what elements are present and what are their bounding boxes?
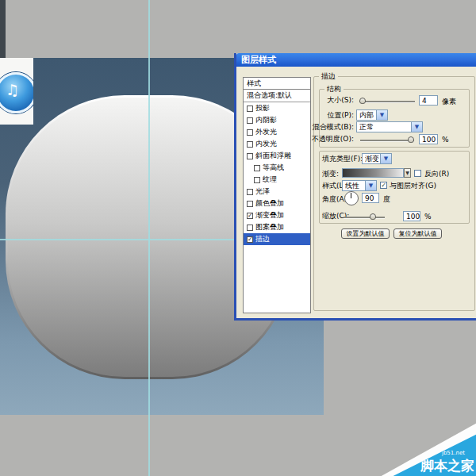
angle-input[interactable]: 90 [362, 193, 379, 203]
chevron-down-icon[interactable]: ▼ [411, 122, 422, 132]
style-list-item-label: 斜面和浮雕 [255, 150, 291, 162]
itunes-icon: ♫ [0, 72, 33, 113]
checkbox-icon[interactable]: ✓ [247, 213, 253, 219]
reset-default-button[interactable]: 复位为默认值 [393, 228, 442, 239]
style-list-item[interactable]: 投影 [244, 102, 310, 114]
position-value: 内部 [357, 110, 376, 121]
position-dropdown[interactable]: 内部 ▼ [356, 109, 388, 121]
scale-slider-track[interactable] [344, 217, 385, 219]
style-list-item[interactable]: 纹理 [244, 174, 310, 186]
dialog-titlebar[interactable]: 图层样式 [236, 53, 476, 67]
photoshop-workspace: ♫ 图层样式 样式 混合选项:默认投影内阴影外发光内发光斜面和浮雕等高线纹理光泽… [0, 0, 476, 476]
style-list-item[interactable]: ✓渐变叠加 [244, 209, 310, 221]
style-list-header: 样式 [244, 78, 310, 90]
blend-mode-value: 正常 [357, 122, 411, 132]
style-list-item-label: 混合选项:默认 [247, 90, 292, 102]
angle-unit: 度 [383, 194, 390, 205]
size-slider-track[interactable] [359, 101, 415, 103]
checkbox-icon[interactable] [254, 177, 260, 183]
chevron-down-icon[interactable]: ▼ [365, 181, 376, 190]
align-layer-label: 与图层对齐(G) [390, 182, 436, 190]
blend-mode-dropdown[interactable]: 正常 ▼ [356, 121, 423, 132]
style-list-item-label: 外发光 [255, 126, 277, 138]
scale-input[interactable]: 100 [403, 211, 420, 221]
opacity-slider-track[interactable] [360, 140, 414, 142]
style-list-item[interactable]: 等高线 [244, 162, 310, 174]
checkbox-icon[interactable] [254, 165, 260, 171]
fill-type-dropdown[interactable]: 渐变 ▼ [362, 153, 392, 164]
checkbox-icon[interactable] [247, 129, 253, 136]
style-list-item-label: 图案叠加 [255, 221, 284, 233]
watermark-name: 脚本之家 [420, 457, 474, 475]
style-list-item[interactable]: 颜色叠加 [244, 198, 310, 209]
music-note-icon: ♫ [6, 82, 19, 98]
itunes-icon-thumbnail: ♫ [0, 58, 33, 125]
style-list-item-label: 光泽 [255, 186, 270, 198]
gradient-style-value: 线性 [343, 181, 365, 191]
angle-needle [351, 193, 351, 198]
chevron-down-icon[interactable]: ▼ [376, 110, 387, 120]
checkbox-icon[interactable]: ✓ [247, 236, 253, 243]
gradient-picker-arrow-icon[interactable]: ▼ [404, 168, 411, 178]
size-input[interactable]: 4 [419, 95, 438, 106]
reverse-checkbox[interactable] [414, 170, 421, 177]
style-list: 样式 混合选项:默认投影内阴影外发光内发光斜面和浮雕等高线纹理光泽颜色叠加✓渐变… [243, 77, 311, 313]
checkbox-icon[interactable] [247, 141, 253, 148]
opacity-label: 不透明度(O): [309, 135, 354, 144]
checkbox-icon[interactable] [247, 189, 253, 195]
fill-type-label: 填充类型(F): [322, 155, 363, 163]
gradient-style-dropdown[interactable]: 线性 ▼ [342, 180, 377, 191]
style-list-item[interactable]: 混合选项:默认 [244, 90, 310, 102]
fill-type-value: 渐变 [363, 154, 380, 164]
checkbox-icon[interactable] [247, 106, 253, 112]
checkbox-icon[interactable] [247, 153, 253, 159]
stroke-panel-caption: 描边 [319, 72, 338, 81]
scale-slider-thumb[interactable] [370, 213, 376, 220]
angle-dial[interactable] [344, 191, 359, 205]
style-list-item[interactable]: ✓描边 [244, 233, 310, 245]
dialog-title: 图层样式 [241, 53, 276, 67]
gradient-label: 渐变: [322, 170, 339, 178]
size-unit: 像素 [442, 97, 456, 107]
chevron-down-icon[interactable]: ▼ [380, 154, 391, 163]
opacity-slider-thumb[interactable] [408, 136, 414, 143]
vertical-guide[interactable] [148, 0, 150, 476]
style-list-item[interactable]: 内阴影 [244, 114, 310, 126]
align-layer-checkbox[interactable]: ✓ [380, 182, 387, 189]
checkbox-icon[interactable] [247, 225, 253, 231]
style-list-item[interactable]: 内发光 [244, 138, 310, 150]
blend-mode-label: 混合模式(B): [309, 123, 354, 132]
watermark-site: jb51.net [442, 450, 465, 456]
reverse-label: 反向(R) [424, 170, 449, 178]
style-list-item-label: 渐变叠加 [255, 209, 284, 221]
checkbox-icon[interactable] [247, 117, 253, 124]
style-list-item-label: 描边 [255, 233, 270, 245]
checkbox-icon[interactable] [247, 201, 253, 207]
style-list-item[interactable]: 外发光 [244, 126, 310, 138]
gradient-preview[interactable] [342, 168, 404, 178]
layer-style-dialog: 图层样式 样式 混合选项:默认投影内阴影外发光内发光斜面和浮雕等高线纹理光泽颜色… [234, 53, 476, 321]
style-list-item-label: 内阴影 [255, 114, 277, 126]
style-list-item-label: 内发光 [255, 138, 277, 150]
style-list-rows: 混合选项:默认投影内阴影外发光内发光斜面和浮雕等高线纹理光泽颜色叠加✓渐变叠加图… [244, 90, 310, 245]
size-slider-thumb[interactable] [359, 98, 366, 104]
opacity-unit: % [442, 136, 449, 144]
style-list-item[interactable]: 斜面和浮雕 [244, 150, 310, 162]
style-list-item-label: 投影 [255, 102, 270, 114]
scale-unit: % [424, 213, 432, 221]
left-panel-edge [0, 0, 6, 60]
position-label: 位置(P): [316, 111, 354, 120]
style-list-item[interactable]: 光泽 [244, 186, 310, 198]
set-default-button[interactable]: 设置为默认值 [341, 228, 390, 239]
style-list-item[interactable]: 图案叠加 [244, 221, 310, 233]
style-list-item-label: 等高线 [263, 162, 284, 174]
style-list-item-label: 颜色叠加 [255, 198, 284, 209]
style-list-item-label: 纹理 [263, 174, 277, 186]
structure-caption: 结构 [324, 85, 344, 94]
size-label: 大小(S): [316, 96, 354, 105]
opacity-input[interactable]: 100 [419, 134, 438, 144]
